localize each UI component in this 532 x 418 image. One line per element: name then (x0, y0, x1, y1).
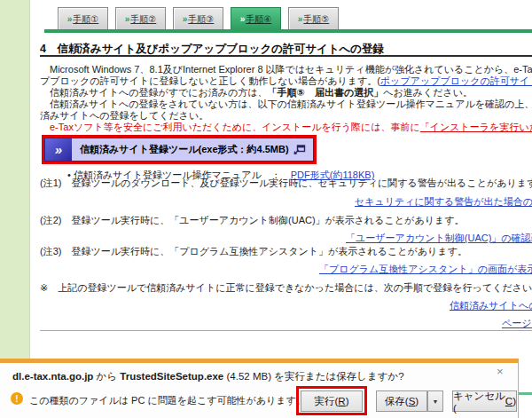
tool-button-label: 信頼済みサイト登録ツール(exe形式：約4.5MB) (72, 138, 293, 161)
tab-label: 手順① (73, 13, 98, 26)
heading-rule (40, 55, 532, 57)
run-button[interactable]: 実行(R) (301, 390, 363, 412)
page-top-link-line: ページ先頭へ (502, 317, 532, 330)
tab-step4-active[interactable]: » 手順④ (231, 7, 281, 31)
new-window-icon (293, 138, 313, 161)
accesskey: S (409, 396, 416, 406)
security-warning-link[interactable]: セキュリティに関する警告が出た場合の (355, 196, 532, 207)
tab-step2[interactable]: » 手順② (115, 7, 166, 31)
trusted-site-tool-download-button[interactable]: » 信頼済みサイト登録ツール(exe形式：約4.5MB) (44, 138, 314, 162)
installer-steps-link[interactable]: 「インストーラを実行いただくための作業手順」 (420, 122, 532, 132)
text: e-Taxソフト等を安全にご利用いただくために、インストールを行う際には、事前に (40, 122, 420, 132)
uac-screen-link[interactable]: 「ユーザーアカウント制御(UAC)」の確認画面が表示され (346, 233, 532, 243)
note-1: (注1) 登録ツールのダウンロード、及び登録ツール実行時に、セキュリティに関する… (40, 177, 532, 190)
save-options-dropdown-button[interactable]: ▼ (427, 390, 443, 412)
cancel-button[interactable]: キャンセル(C) (452, 390, 517, 412)
note-3-link-line: 「プログラム互換性アシスタント」の画面が表示された場合に (319, 263, 532, 276)
tab-step5[interactable]: » 手順⑤ (288, 7, 339, 31)
tab-underline-bar (44, 29, 532, 33)
caution-link-line: 信頼済みサイトへの登録手順 (450, 299, 532, 312)
step-tabs: » 手順① » 手順② » 手順③ » 手順④ » 手順⑤ (58, 7, 339, 31)
close-icon[interactable]: × (497, 365, 504, 378)
note-2-link-line: 「ユーザーアカウント制御(UAC)」の確認画面が表示され (346, 232, 532, 245)
download-tool-annotation-box: » 信頼済みサイト登録ツール(exe形式：約4.5MB) (42, 135, 317, 164)
text: (4.52 MB) を実行または保存しますか? (223, 371, 403, 382)
text: プブロックの許可サイトに登録しないと正しく動作しない場合があります。( (40, 75, 380, 86)
text: 実行( (315, 395, 339, 408)
chevron-icon: » (183, 14, 188, 24)
warning-icon: ! (11, 392, 23, 405)
accesskey: R (338, 396, 345, 406)
step5-bold-text: 「手順⑤ 届出書の選択」 (268, 87, 384, 98)
caution-line: ※ 上記の登録ツールで信頼済みサイトに正常に登録できなかった場合には、次の手順で… (40, 281, 532, 295)
text: へお進みください。 (383, 87, 473, 98)
chevron-icon: » (67, 14, 73, 24)
save-button[interactable]: 保存(S) (376, 390, 427, 412)
note-3: (注3) 登録ツール実行時に、「プログラム互換性アシスタント」が表示されることが… (40, 245, 467, 258)
text: ) (512, 396, 516, 406)
tab-label: 手順② (130, 13, 156, 26)
chevron-icon: » (298, 14, 303, 24)
tab-step1[interactable]: » 手順① (58, 7, 108, 31)
left-sidebar (0, 0, 30, 359)
text: ) (415, 396, 419, 406)
tab-label: 手順④ (246, 13, 271, 26)
download-filename: TrustedSiteSetup.exe (120, 371, 223, 382)
content-divider (40, 330, 532, 331)
text: キャンセル( (453, 390, 505, 414)
tab-step3[interactable]: » 手順③ (173, 7, 223, 31)
download-message: dl.e-tax.nta.go.jp から TrustedSiteSetup.e… (12, 370, 404, 383)
text: ) (346, 396, 349, 406)
page-top-link[interactable]: ページ先頭へ (502, 318, 532, 328)
note-2: (注2) 登録ツール実行時に、「ユーザーアカウント制御(UAC)」が表示されるこ… (40, 214, 464, 227)
double-chevron-icon: » (45, 138, 72, 161)
tab-label: 手順⑤ (303, 13, 329, 26)
popup-block-issue-link[interactable]: ポップアップブロックの許可サイトに登録していないと起こる事象について (380, 75, 532, 86)
page: » 手順① » 手順② » 手順③ » 手順④ » 手順⑤ 4 信頼済みサイト及… (0, 0, 532, 418)
footer-green-rule (518, 392, 532, 395)
text: 保存( (385, 395, 409, 408)
download-warning-text: この種類のファイルは PC に問題を起こす可能性があります。 (29, 394, 306, 407)
program-compat-link[interactable]: 「プログラム互換性アシスタント」の画面が表示された場合に (319, 264, 532, 274)
text: 信頼済みサイトへの登録がすでにお済みの方は、 (40, 87, 268, 98)
accesskey: C (505, 396, 512, 406)
chevron-icon: » (125, 14, 130, 24)
chevron-icon: » (240, 14, 246, 24)
paragraph-line-6-warning: e-Taxソフト等を安全にご利用いただくために、インストールを行う際には、事前に… (40, 121, 532, 134)
tab-label: 手順③ (188, 13, 214, 26)
note-1-link-line: セキュリティに関する警告が出た場合の (355, 195, 532, 209)
manual-registration-link[interactable]: 信頼済みサイトへの登録手順 (450, 300, 532, 311)
download-domain: dl.e-tax.nta.go.jp (12, 371, 93, 382)
text: から (93, 371, 120, 382)
